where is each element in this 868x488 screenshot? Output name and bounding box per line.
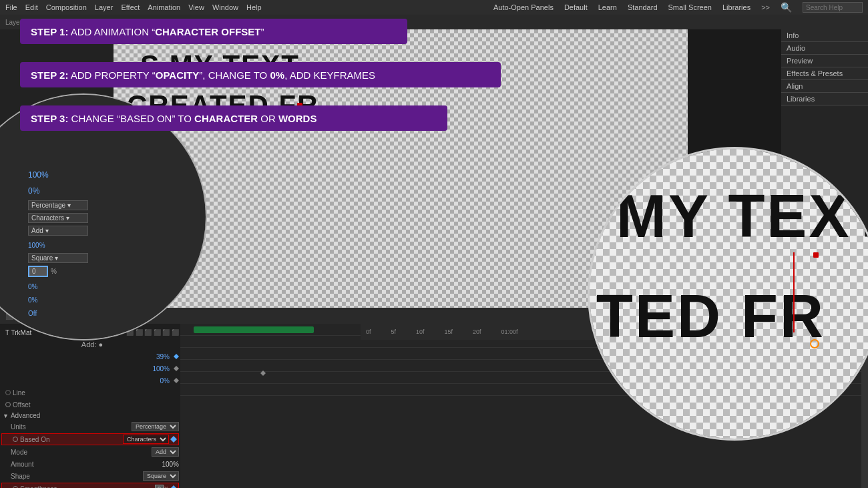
ctrl-0pct-2: 0% <box>28 283 37 290</box>
menu-layer[interactable]: Layer <box>95 3 114 11</box>
menu-window[interactable]: Window <box>212 3 238 11</box>
shape-row: Shape Square <box>0 470 180 482</box>
amount-value: 100% <box>162 461 179 468</box>
ctrl-0-1: 0% <box>28 280 192 292</box>
units-select[interactable]: Percentage <box>132 422 179 431</box>
menu-effect[interactable]: Effect <box>121 3 140 11</box>
step2-end: , ADD KEYFRAMES <box>284 69 375 81</box>
ctrl-100-val: 100% <box>28 242 45 249</box>
ctrl-percentage-row: Percentage ▾ <box>28 200 192 210</box>
offset-label: Offset <box>13 401 179 409</box>
panel-info[interactable]: Info <box>781 29 868 42</box>
based-on-select[interactable]: Characters <box>123 435 169 444</box>
step3-content: CHANGE “BASED ON” TO <box>71 113 194 124</box>
offset-row: Offset <box>0 399 180 411</box>
advanced-header: ▼ Advanced <box>0 411 180 421</box>
step3-or: OR <box>258 113 278 124</box>
ctrl-characters-row: Characters ▾ <box>28 213 192 223</box>
line-row: Line <box>0 387 180 399</box>
red-marker-2 <box>813 252 819 258</box>
menu-composition[interactable]: Composition <box>46 3 87 11</box>
ctrl-amount-display: 100% <box>28 168 192 180</box>
workspace-libraries[interactable]: Libraries <box>722 3 750 11</box>
opacity-0: 0% <box>160 377 170 385</box>
menu-help[interactable]: Help <box>246 3 262 11</box>
step1-content: ADD ANIMATION “ <box>71 26 155 37</box>
smoothness-pct: % <box>164 485 169 488</box>
ctrl-smooth-input[interactable]: 0 <box>28 266 48 277</box>
time-5f: 5f <box>391 328 397 335</box>
ctrl-100-1: 100% <box>28 170 49 180</box>
advanced-label: Advanced <box>11 412 40 419</box>
time-01f: 01:00f <box>501 328 518 335</box>
ctrl-100-row: 100% <box>28 238 192 250</box>
time-20f: 20f <box>473 328 481 335</box>
shape-select[interactable]: Square <box>143 471 179 481</box>
kf-dot-3 <box>174 378 179 383</box>
mode-select[interactable]: Add <box>152 447 179 457</box>
step3-banner: STEP 3: CHANGE “BASED ON” TO CHARACTER O… <box>20 105 447 131</box>
ctrl-0pct-3: 0% <box>28 296 37 304</box>
units-label: Units <box>11 423 132 431</box>
advanced-arrow: ▼ <box>3 413 9 419</box>
search-icon: 🔍 <box>781 2 792 13</box>
step2-label: STEP 2: <box>31 69 68 81</box>
time-10f: 10f <box>416 328 425 335</box>
panel-audio[interactable]: Audio <box>781 42 868 55</box>
ctrl-0pct-1: 0% <box>28 186 39 196</box>
ctrl-smoothness-row: 0 % <box>28 266 192 277</box>
opacity-val-row-2: 100% <box>0 362 180 375</box>
panel-preview[interactable]: Preview <box>781 55 868 67</box>
ctrl-add-select[interactable]: Add ▾ <box>28 226 88 236</box>
workspace-overflow[interactable]: >> <box>761 3 770 11</box>
step2-mid: ”, CHANGE TO <box>199 69 270 81</box>
workspace-standard[interactable]: Standard <box>628 3 658 11</box>
workspace-default[interactable]: Default <box>564 3 588 11</box>
menu-edit[interactable]: Edit <box>25 3 38 11</box>
workspace-learn[interactable]: Learn <box>598 3 617 11</box>
step2-text: STEP 2: ADD PROPERTY “OPACITY”, CHANGE T… <box>31 69 375 81</box>
kf-dot-2 <box>174 366 179 371</box>
controls-overlay: 100% 0% Percentage ▾ Characters ▾ Add ▾ … <box>28 168 192 318</box>
based-on-icon <box>13 437 18 442</box>
time-0f: 0f <box>366 328 371 335</box>
menu-file[interactable]: File <box>5 3 17 11</box>
step3-highlight: CHARACTER <box>194 113 258 124</box>
ctrl-0-2: 0% <box>28 293 192 305</box>
smoothness-input[interactable]: 0 <box>155 485 164 488</box>
based-on-kf <box>170 436 177 443</box>
panel-effects-presets[interactable]: Effects & Presets <box>781 67 868 80</box>
opacity-39: 39% <box>156 353 170 360</box>
panel-align[interactable]: Align <box>781 80 868 93</box>
step1-end: ” <box>261 26 264 37</box>
step2-highlight: OPACITY <box>156 69 200 81</box>
ctrl-percentage-select[interactable]: Percentage ▾ <box>28 200 88 210</box>
menu-view[interactable]: View <box>188 3 204 11</box>
controls-panel: T TrkMat ⬛ ⬛ ⬛ ⬛ ⬛ ⬛ Add: ● 39% 100% 0% … <box>0 324 180 488</box>
workspace-small[interactable]: Small Screen <box>668 3 712 11</box>
step1-text: STEP 1: ADD ANIMATION “CHARACTER OFFSET” <box>31 26 264 37</box>
menu-animation[interactable]: Animation <box>148 3 180 11</box>
ctrl-add-row: Add ▾ <box>28 226 192 236</box>
based-on-row: Based On Characters <box>1 433 179 445</box>
zoom-circle-large: MY TEXT TED FR <box>588 147 868 441</box>
mode-row: Mode Add <box>0 446 180 458</box>
panel-libraries[interactable]: Libraries <box>781 93 868 105</box>
opacity-val-row-1: 39% <box>0 350 180 362</box>
step2-bold2: 0% <box>270 69 284 81</box>
mode-label: Mode <box>11 449 152 456</box>
smoothness-row: Smoothness 0 % <box>1 483 179 488</box>
line-circle-icon <box>5 390 11 395</box>
ctrl-smooth-pct: % <box>51 268 57 275</box>
ctrl-square-select[interactable]: Square ▾ <box>28 253 88 263</box>
step1-highlight: CHARACTER OFFSET <box>155 26 260 37</box>
auto-open-label: Auto-Open Panels <box>493 3 554 11</box>
zoom-text-2: TED FR <box>596 282 825 351</box>
offset-circle-icon <box>5 402 11 407</box>
search-input[interactable] <box>803 2 863 13</box>
ctrl-square-row: Square ▾ <box>28 253 192 263</box>
shape-label: Shape <box>11 473 143 480</box>
ctrl-characters-select[interactable]: Characters ▾ <box>28 213 88 223</box>
red-vertical-line <box>793 252 795 332</box>
ctrl-opacity-display: 0% <box>28 184 192 196</box>
